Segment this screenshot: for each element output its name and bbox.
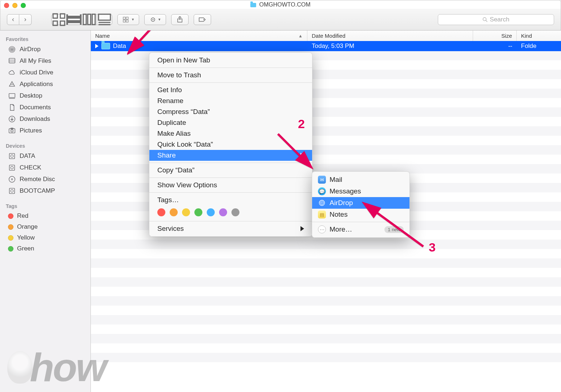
column-label: Size <box>501 33 512 39</box>
svg-point-49 <box>321 202 322 203</box>
column-header-date[interactable]: Date Modified <box>307 30 473 41</box>
list-view-button[interactable] <box>66 14 82 25</box>
sidebar-item-pictures[interactable]: Pictures <box>0 125 90 136</box>
menu-item-duplicate[interactable]: Duplicate <box>149 117 312 128</box>
svg-point-42 <box>11 166 13 169</box>
empty-row <box>91 240 561 249</box>
tag-color-swatch[interactable] <box>182 208 190 216</box>
tag-color-swatch[interactable] <box>157 208 165 216</box>
menu-item-show-view-options[interactable]: Show View Options <box>149 180 312 191</box>
notes-icon: ▤ <box>318 211 326 219</box>
sidebar-tag-green[interactable]: Green <box>0 243 90 254</box>
share-item-label: Messages <box>330 187 361 195</box>
sidebar-item-allmyfiles[interactable]: All My Files <box>0 55 90 67</box>
column-header-name[interactable]: Name▲ <box>91 30 307 41</box>
file-size: -- <box>508 42 512 50</box>
downloads-icon <box>8 115 16 123</box>
file-row[interactable]: Data Today, 5:03 PM -- Folde <box>91 41 561 51</box>
svg-rect-45 <box>9 188 15 194</box>
submenu-arrow-icon <box>300 226 304 231</box>
column-header-size[interactable]: Size <box>473 30 517 41</box>
sidebar-item-label: Remote Disc <box>20 176 55 183</box>
svg-rect-1 <box>60 14 65 18</box>
folder-icon <box>101 43 110 49</box>
sidebar-item-data[interactable]: DATA <box>0 150 90 162</box>
annotation-arrow-2 <box>274 130 314 171</box>
allfiles-icon <box>8 57 16 65</box>
sidebar-tag-orange[interactable]: Orange <box>0 221 90 232</box>
share-item-label: Mail <box>330 176 342 184</box>
svg-line-23 <box>486 20 487 22</box>
menu-item-open-new-tab[interactable]: Open in New Tab <box>149 55 312 66</box>
empty-row <box>91 306 561 315</box>
sidebar-item-desktop[interactable]: Desktop <box>0 90 90 102</box>
tag-color-swatch[interactable] <box>194 208 202 216</box>
share-item-messages[interactable]: 💬Messages <box>312 185 409 197</box>
svg-rect-0 <box>53 14 57 18</box>
share-button[interactable] <box>171 14 189 25</box>
minimize-icon[interactable] <box>12 3 17 8</box>
tag-color-swatch[interactable] <box>219 208 227 216</box>
sidebar-item-downloads[interactable]: Downloads <box>0 113 90 125</box>
tag-color-swatch[interactable] <box>170 208 178 216</box>
sidebar-item-label: Green <box>17 245 34 252</box>
share-item-mail[interactable]: ✉︎Mail <box>312 174 409 185</box>
sidebar-item-documents[interactable]: Documents <box>0 102 90 113</box>
share-item-label: Notes <box>330 211 348 219</box>
sidebar-item-airdrop[interactable]: AirDrop <box>0 44 90 55</box>
coverflow-view-button[interactable] <box>97 14 112 25</box>
sidebar: Favorites AirDrop All My Files iCloud Dr… <box>0 30 91 392</box>
nav-buttons: ‹ › <box>7 14 32 25</box>
sidebar-item-check[interactable]: CHECK <box>0 162 90 173</box>
sidebar-item-applications[interactable]: Applications <box>0 78 90 90</box>
sidebar-item-label: Pictures <box>20 127 42 134</box>
svg-rect-2 <box>53 21 57 25</box>
folder-icon <box>250 3 256 7</box>
icloud-icon <box>8 69 16 77</box>
action-button[interactable]: ▾ <box>144 14 166 25</box>
menu-tag-colors <box>149 205 312 219</box>
icon-view-button[interactable] <box>51 14 66 25</box>
menu-item-get-info[interactable]: Get Info <box>149 85 312 95</box>
sidebar-tag-yellow[interactable]: Yellow <box>0 232 90 243</box>
sidebar-item-icloud[interactable]: iCloud Drive <box>0 67 90 78</box>
column-header-kind[interactable]: Kind <box>517 30 561 41</box>
menu-separator <box>149 192 312 193</box>
messages-icon: 💬 <box>318 187 326 195</box>
disclosure-triangle-icon[interactable] <box>95 44 98 48</box>
gear-icon <box>150 17 157 23</box>
empty-row <box>91 258 561 268</box>
forward-button[interactable]: › <box>19 14 32 25</box>
edit-tags-button[interactable] <box>194 14 211 25</box>
tag-color-swatch[interactable] <box>207 208 215 216</box>
menu-item-tags[interactable]: Tags… <box>149 195 312 205</box>
menu-item-services[interactable]: Services <box>149 223 312 234</box>
close-icon[interactable] <box>4 3 9 8</box>
applications-icon <box>8 80 16 88</box>
tag-dot-icon <box>8 213 13 219</box>
search-placeholder: Search <box>490 16 509 23</box>
menu-item-move-to-trash[interactable]: Move to Trash <box>149 70 312 81</box>
empty-row <box>91 277 561 287</box>
svg-rect-7 <box>83 14 86 25</box>
search-input[interactable]: Search <box>438 14 554 25</box>
arrange-button[interactable]: ▾ <box>117 14 139 25</box>
menu-item-rename[interactable]: Rename <box>149 95 312 106</box>
view-mode-buttons <box>51 14 112 25</box>
svg-point-18 <box>152 19 153 20</box>
empty-row <box>91 353 561 362</box>
sidebar-item-label: BOOTCAMP <box>20 187 55 195</box>
zoom-icon[interactable] <box>21 3 26 8</box>
sidebar-tag-red[interactable]: Red <box>0 211 90 221</box>
sidebar-item-bootcamp[interactable]: BOOTCAMP <box>0 185 90 197</box>
column-view-button[interactable] <box>82 14 97 25</box>
tag-color-swatch[interactable] <box>231 208 239 216</box>
sidebar-item-remotedisc[interactable]: Remote Disc <box>0 173 90 185</box>
menu-item-compress[interactable]: Compress “Data” <box>149 106 312 117</box>
sidebar-header-devices: Devices <box>0 142 90 150</box>
sidebar-header-favorites: Favorites <box>0 35 90 44</box>
svg-point-22 <box>483 17 486 21</box>
back-button[interactable]: ‹ <box>7 14 19 25</box>
svg-point-27 <box>12 49 12 50</box>
tag-dot-icon <box>8 224 13 230</box>
